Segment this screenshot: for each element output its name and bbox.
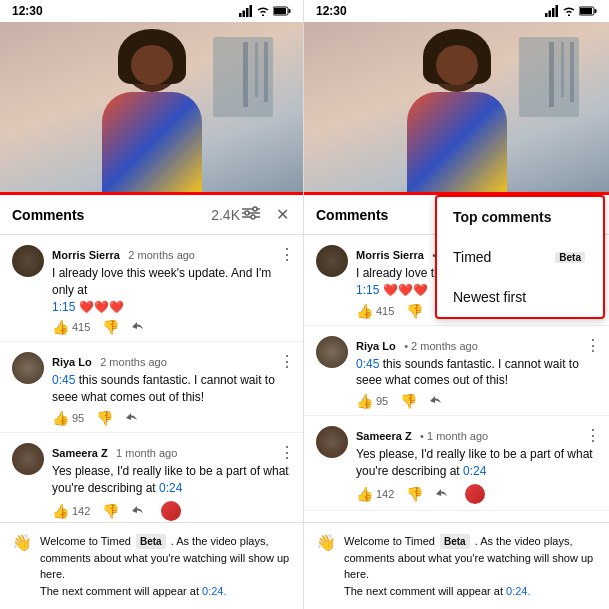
like-btn-riya-right[interactable]: 👍 95 (356, 393, 388, 409)
svg-rect-14 (549, 11, 552, 18)
comment-body-sameera-right: Sameera Z • 1 month ago Yes please, I'd … (356, 426, 597, 504)
reply-btn-sameera-left[interactable] (131, 505, 145, 517)
filter-button-left[interactable] (240, 204, 262, 226)
timed-banner-right: 👋 Welcome to Timed Beta . As the video p… (304, 522, 609, 609)
like-btn-riya-left[interactable]: 👍 95 (52, 410, 84, 426)
svg-point-11 (245, 211, 249, 215)
comment-actions-riya-right: 👍 95 👎 (356, 393, 597, 409)
comment-actions-morris-left: 👍 415 👎 (52, 319, 291, 335)
comment-text-sameera-right: Yes please, I'd really like to be a part… (356, 446, 597, 480)
comment-author-morris-right: Morris Sierra (356, 249, 424, 261)
comments-label-left: Comments (12, 207, 207, 223)
comments-count-left: 2.4K (211, 207, 240, 223)
more-btn-sameera-left[interactable]: ⋮ (279, 443, 295, 462)
comment-link-riya-right[interactable]: 0:45 (356, 357, 379, 371)
comment-link-morris-left[interactable]: 1:15 (52, 300, 75, 314)
comment-time-sameera-right: • 1 month ago (420, 430, 488, 442)
svg-rect-19 (595, 9, 597, 13)
reply-icon-sameera (131, 505, 145, 517)
comment-link-riya-left[interactable]: 0:45 (52, 373, 75, 387)
banner-emoji-left: 👋 (12, 533, 32, 552)
dislike-btn-riya-left[interactable]: 👎 (96, 410, 113, 426)
comment-actions-sameera-right: 👍 142 👎 (356, 484, 597, 504)
svg-point-12 (251, 215, 255, 219)
video-thumbnail-left[interactable] (0, 22, 303, 192)
comment-link-sameera-right[interactable]: 0:24 (463, 464, 486, 478)
comment-body-morris-left: Morris Sierra 2 months ago I already lov… (52, 245, 291, 335)
video-thumbnail-right[interactable] (304, 22, 609, 192)
banner-emoji-right: 👋 (316, 533, 336, 552)
avatar-riya-left (12, 352, 44, 384)
left-panel: 12:30 (0, 0, 304, 609)
header-icons-left: ✕ (240, 203, 291, 226)
time-left: 12:30 (12, 4, 43, 18)
reply-icon-sameera-right (435, 488, 449, 500)
comment-link-sameera-left[interactable]: 0:24 (159, 481, 182, 495)
more-btn-riya-left[interactable]: ⋮ (279, 352, 295, 371)
svg-rect-5 (274, 8, 286, 14)
comment-body-riya-left: Riya Lo 2 months ago 0:45 this sounds fa… (52, 352, 291, 426)
wifi-icon (256, 5, 270, 17)
thumbs-down-icon: 👎 (102, 319, 119, 335)
beta-badge-right: Beta (440, 534, 470, 549)
battery-icon-right (579, 6, 597, 16)
dislike-btn-sameera-left[interactable]: 👎 (102, 503, 119, 519)
reply-btn-sameera-right[interactable] (435, 488, 449, 500)
comments-list-left: Morris Sierra 2 months ago I already lov… (0, 235, 303, 522)
comment-link-morris-right[interactable]: 1:15 (356, 283, 379, 297)
avatar-morris-right (316, 245, 348, 277)
more-btn-sameera-right[interactable]: ⋮ (585, 426, 601, 445)
banner-link-left[interactable]: 0:24. (202, 585, 226, 597)
dislike-btn-morris-left[interactable]: 👎 (102, 319, 119, 335)
beta-badge-left: Beta (136, 534, 166, 549)
dislike-btn-morris-right[interactable]: 👎 (406, 303, 423, 319)
comment-body-sameera-left: Sameera Z 1 month ago Yes please, I'd re… (52, 443, 291, 521)
svg-rect-2 (246, 8, 249, 17)
svg-point-10 (253, 207, 257, 211)
dropdown-beta-badge: Beta (555, 252, 585, 263)
reply-icon-riya (125, 412, 139, 424)
status-icons-right (545, 5, 597, 17)
comment-text-riya-left: 0:45 this sounds fantastic. I cannot wai… (52, 372, 291, 406)
like-btn-sameera-right[interactable]: 👍 142 (356, 486, 394, 502)
reply-icon (131, 321, 145, 333)
avatar-sameera-left (12, 443, 44, 475)
right-panel: 12:30 (304, 0, 609, 609)
signal-icon (239, 5, 253, 17)
reply-icon-riya-right (429, 395, 443, 407)
time-right: 12:30 (316, 4, 347, 18)
thumbs-up-icon: 👍 (52, 319, 69, 335)
comment-author-riya-left: Riya Lo (52, 356, 92, 368)
svg-rect-3 (250, 5, 253, 17)
comment-author-sameera-left: Sameera Z (52, 447, 108, 459)
dislike-btn-sameera-right[interactable]: 👎 (406, 486, 423, 502)
like-btn-morris-right[interactable]: 👍 415 (356, 303, 394, 319)
comment-time-riya-right: • 2 months ago (404, 340, 478, 352)
comment-time-riya-left: 2 months ago (100, 356, 167, 368)
comment-item-sameera-left: Sameera Z 1 month ago Yes please, I'd re… (0, 433, 303, 522)
comment-text-sameera-left: Yes please, I'd really like to be a part… (52, 463, 291, 497)
dropdown-item-timed[interactable]: Timed Beta (437, 237, 603, 277)
like-btn-sameera-left[interactable]: 👍 142 (52, 503, 90, 519)
reply-btn-riya-left[interactable] (125, 412, 139, 424)
sort-dropdown: Top comments Timed Beta Newest first (435, 195, 605, 319)
dropdown-item-top-comments[interactable]: Top comments (437, 197, 603, 237)
more-btn-riya-right[interactable]: ⋮ (585, 336, 601, 355)
status-bar-left: 12:30 (0, 0, 303, 22)
banner-text-right: Welcome to Timed Beta . As the video pla… (344, 533, 597, 599)
signal-icon-right (545, 5, 559, 17)
reply-btn-morris-left[interactable] (131, 321, 145, 333)
avatar-sameera-right (316, 426, 348, 458)
svg-rect-13 (545, 13, 548, 17)
banner-link-right[interactable]: 0:24. (506, 585, 530, 597)
comment-item-morris-left: Morris Sierra 2 months ago I already lov… (0, 235, 303, 342)
reply-btn-riya-right[interactable] (429, 395, 443, 407)
reaction-avatar-right (465, 484, 485, 504)
comment-body-riya-right: Riya Lo • 2 months ago 0:45 this sounds … (356, 336, 597, 410)
like-btn-morris-left[interactable]: 👍 415 (52, 319, 90, 335)
close-button-left[interactable]: ✕ (274, 203, 291, 226)
dropdown-item-newest-first[interactable]: Newest first (437, 277, 603, 317)
comment-time-sameera-left: 1 month ago (116, 447, 177, 459)
dislike-btn-riya-right[interactable]: 👎 (400, 393, 417, 409)
more-btn-morris-left[interactable]: ⋮ (279, 245, 295, 264)
